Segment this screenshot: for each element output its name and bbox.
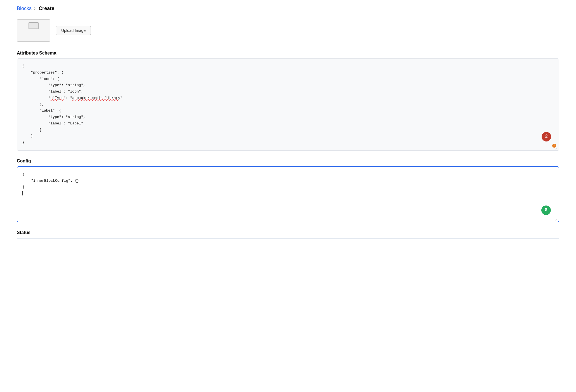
breadcrumb-current: Create [39,6,54,11]
attributes-schema-section: Attributes Schema { "properties": { "ico… [17,51,559,151]
image-placeholder [17,19,50,42]
status-label: Status [17,230,559,235]
config-section-label: Config [17,159,559,164]
attributes-schema-editor[interactable]: { "properties": { "icon": { "type": "str… [17,58,559,151]
config-badge[interactable]: G [541,206,551,215]
upload-section: Upload Image [17,19,559,42]
resize-handle[interactable]: ⟋ [555,147,558,149]
status-section: Status [17,230,559,239]
breadcrumb: Blocks > Create [17,6,559,11]
attributes-schema-code: { "properties": { "icon": { "type": "str… [22,63,554,146]
placeholder-icon [29,22,39,29]
config-section: Config { "innerBlockConfig": {} } ​ G ⟋ [17,159,559,222]
config-editor[interactable]: { "innerBlockConfig": {} } ​ G ⟋ [17,166,559,222]
config-code: { "innerBlockConfig": {} } ​ [22,171,554,197]
attributes-schema-label: Attributes Schema [17,51,559,56]
status-bar [17,238,559,239]
breadcrumb-separator: > [34,6,36,11]
attributes-schema-badge[interactable]: 2 [542,132,551,141]
config-resize-handle[interactable]: ⟋ [555,218,558,221]
breadcrumb-link[interactable]: Blocks [17,6,32,11]
upload-image-button[interactable]: Upload Image [56,26,91,35]
